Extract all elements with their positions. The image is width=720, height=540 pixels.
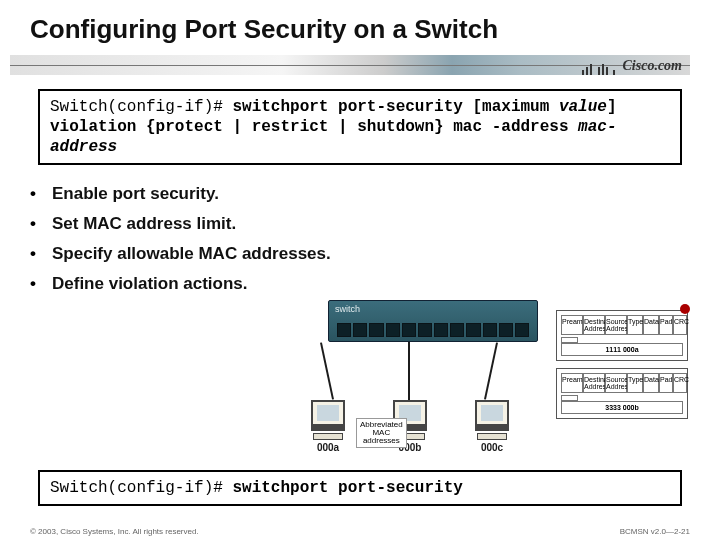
pc-label: 000c [468, 442, 516, 453]
frame-col: Source Address [605, 373, 627, 393]
cli-arg: value [559, 98, 607, 116]
frame-col: Data [643, 373, 659, 393]
pc-icon: 000a [304, 400, 352, 453]
brand-text: Cisco.com [623, 58, 683, 73]
network-diagram: switch 000a 000b 000c Abbreviated MAC ad… [278, 300, 690, 470]
frame-col: Type [627, 315, 643, 335]
frame-col: Pad [659, 315, 673, 335]
copyright: © 2003, Cisco Systems, Inc. All rights r… [30, 527, 199, 536]
cli-prompt: Switch(config-if)# [50, 479, 232, 497]
brand-logo: Cisco.com [581, 58, 682, 75]
list-item: Enable port security. [30, 179, 720, 209]
cisco-bars-icon [581, 59, 616, 75]
frame-col: Data [643, 315, 659, 335]
frame-table-1: Preamble Destination Address Source Addr… [556, 310, 688, 361]
frame-col: CRC [673, 373, 687, 393]
cable-icon [484, 342, 498, 399]
frame-col: Source Address [605, 315, 627, 335]
pc-icon: 000c [468, 400, 516, 453]
mac-note: Abbreviated MAC addresses [356, 418, 407, 448]
frame-col: Destination Address [583, 373, 605, 393]
slide-title: Configuring Port Security on a Switch [0, 0, 720, 55]
frame-value: 1111 000a [561, 343, 683, 356]
bullet-list: Enable port security. Set MAC address li… [30, 179, 720, 299]
frame-col: Preamble [561, 373, 583, 393]
frame-col: Type [627, 373, 643, 393]
cli-keyword: switchport port-security [maximum [232, 98, 558, 116]
cli-keyword: switchport port-security [232, 479, 462, 497]
slide-number: BCMSN v2.0—2-21 [620, 527, 690, 536]
cable-icon [408, 342, 410, 400]
list-item: Specify allowable MAC addresses. [30, 239, 720, 269]
frame-table-2: Preamble Destination Address Source Addr… [556, 368, 688, 419]
switch-device-icon: switch [328, 300, 538, 342]
frame-col: CRC [673, 315, 687, 335]
command-box-top: Switch(config-if)# switchport port-secur… [38, 89, 682, 165]
spin-icon [680, 304, 690, 314]
frame-value: 3333 000b [561, 401, 683, 414]
frame-col: Preamble [561, 315, 583, 335]
list-item: Define violation actions. [30, 269, 720, 299]
list-item: Set MAC address limit. [30, 209, 720, 239]
cli-prompt: Switch(config-if)# [50, 98, 232, 116]
frame-col: Pad [659, 373, 673, 393]
switch-label: switch [335, 304, 360, 314]
frame-col: Destination Address [583, 315, 605, 335]
switch-ports-icon [337, 323, 529, 337]
command-box-bottom: Switch(config-if)# switchport port-secur… [38, 470, 682, 506]
cable-icon [320, 342, 334, 399]
pc-label: 000a [304, 442, 352, 453]
footer: © 2003, Cisco Systems, Inc. All rights r… [0, 527, 720, 536]
